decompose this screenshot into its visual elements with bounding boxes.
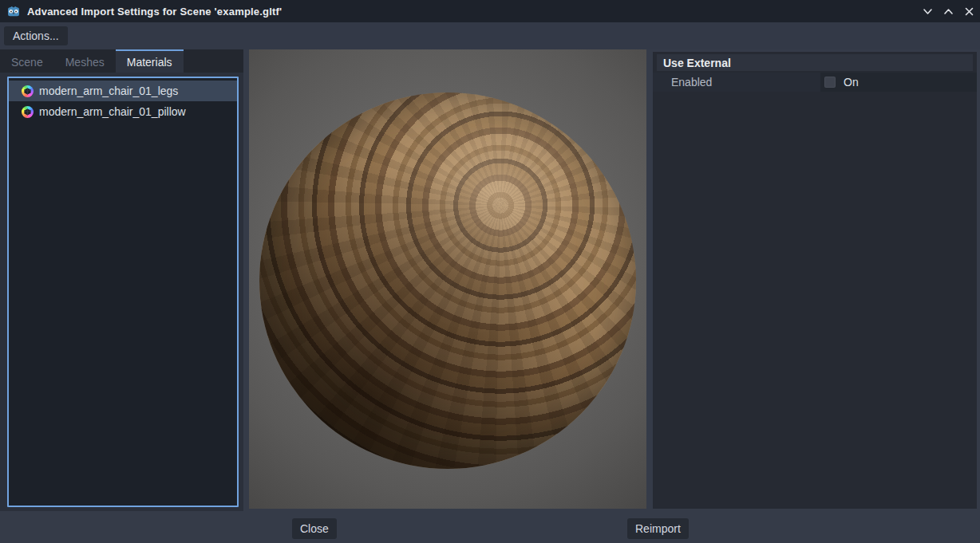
window-minimize-button[interactable] (919, 3, 935, 19)
checkbox-on-label: On (844, 76, 859, 89)
tab-materials[interactable]: Materials (116, 49, 184, 73)
window-title: Advanced Import Settings for Scene 'exam… (27, 6, 282, 18)
list-item-material-legs[interactable]: modern_arm_chair_01_legs (9, 81, 237, 101)
property-value-enabled: On (820, 73, 977, 92)
close-button[interactable]: Close (292, 518, 337, 539)
tab-scene[interactable]: Scene (0, 49, 54, 73)
list-item-material-pillow[interactable]: modern_arm_chair_01_pillow (9, 101, 237, 122)
wood-material-preview-sphere (259, 92, 636, 469)
property-label-enabled: Enabled (653, 73, 820, 92)
window-maximize-button[interactable] (940, 3, 956, 19)
titlebar[interactable]: Advanced Import Settings for Scene 'exam… (0, 0, 980, 22)
material-sphere-icon (22, 85, 34, 97)
left-pane: Scene Meshes Materials modern_arm_chair_… (0, 49, 243, 511)
actions-button[interactable]: Actions... (4, 26, 68, 45)
tab-meshes[interactable]: Meshes (54, 49, 116, 73)
material-sphere-icon (22, 106, 34, 118)
reimport-button[interactable]: Reimport (627, 518, 689, 539)
section-title: Use External (663, 57, 731, 69)
advanced-import-settings-window: { "window": { "title": "Advanced Import … (0, 0, 980, 543)
property-row-enabled: Enabled On (653, 73, 977, 92)
tab-bar: Scene Meshes Materials (0, 49, 243, 73)
list-item-label: modern_arm_chair_01_pillow (39, 105, 186, 118)
inspector-pane: Use External Enabled On (653, 52, 977, 509)
list-item-label: modern_arm_chair_01_legs (39, 85, 178, 97)
materials-list[interactable]: modern_arm_chair_01_legs modern_arm_chai… (7, 77, 239, 507)
enabled-checkbox[interactable] (824, 77, 836, 88)
window-close-button[interactable] (961, 3, 977, 19)
window-controls (919, 0, 977, 22)
material-preview-viewport (249, 49, 646, 509)
chevron-up-icon (943, 6, 954, 17)
close-icon (964, 6, 974, 17)
chevron-down-icon (923, 6, 933, 17)
godot-logo-icon (6, 4, 21, 18)
menubar: Actions... (0, 22, 980, 49)
section-header-use-external: Use External (657, 54, 973, 71)
